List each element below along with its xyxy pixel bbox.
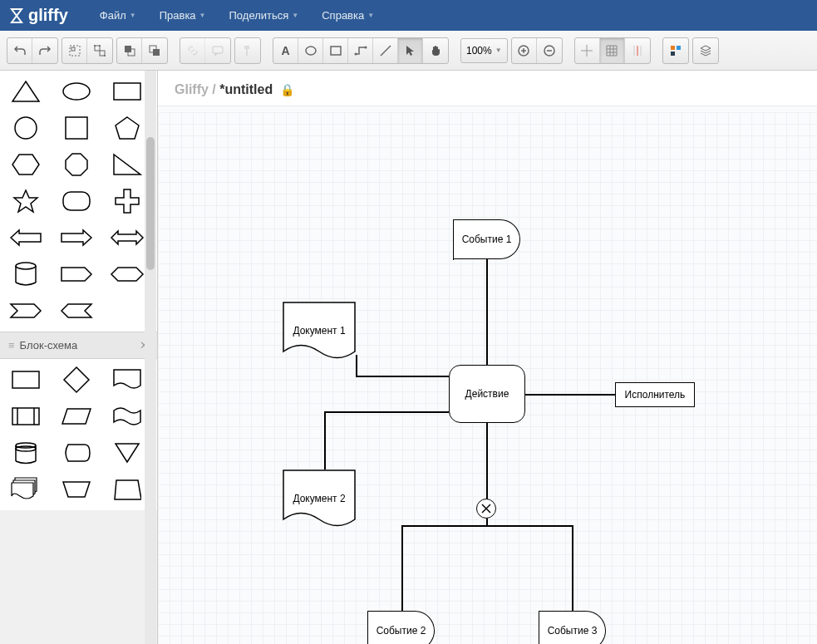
canvas-area[interactable]: Gliffy / *untitled 🔒 Событие 1 Действие … xyxy=(158,71,817,644)
fc-multi-document[interactable] xyxy=(5,474,47,505)
app-header: gliffy Файл▼ Правка▼ Поделиться▼ Справка… xyxy=(0,0,817,31)
fc-tape[interactable] xyxy=(106,401,148,432)
node-action[interactable]: Действие xyxy=(449,365,525,423)
line-tool-button[interactable] xyxy=(373,38,398,63)
fc-predefined[interactable] xyxy=(5,401,47,432)
connector[interactable] xyxy=(486,423,488,499)
grid-button[interactable] xyxy=(600,38,625,63)
node-event-3[interactable]: Событие 3 xyxy=(539,611,606,644)
logo: gliffy xyxy=(8,6,68,25)
rectangle-tool-button[interactable] xyxy=(323,38,348,63)
fc-document[interactable] xyxy=(106,364,148,396)
drag-handle-icon: ≡ xyxy=(8,339,15,351)
sidebar-scrollbar[interactable] xyxy=(145,71,156,644)
shape-rectangle[interactable] xyxy=(106,76,148,107)
fc-database[interactable] xyxy=(5,437,47,469)
connector[interactable] xyxy=(356,376,449,377)
ungroup-button[interactable] xyxy=(87,38,112,63)
connector[interactable] xyxy=(324,411,326,469)
guides-button[interactable] xyxy=(625,38,650,63)
svg-point-42 xyxy=(16,446,36,451)
shape-hexagon[interactable] xyxy=(5,149,47,180)
shape-pentagon[interactable] xyxy=(106,112,148,144)
svg-rect-35 xyxy=(63,192,90,210)
shape-hexagon-flat[interactable] xyxy=(106,258,148,290)
shape-star[interactable] xyxy=(5,185,47,217)
svg-line-16 xyxy=(381,46,391,56)
shape-arrow-right[interactable] xyxy=(56,222,97,253)
breadcrumb-prefix: Gliffy / xyxy=(175,82,219,96)
shape-triangle[interactable] xyxy=(5,76,47,107)
fc-manual-input[interactable] xyxy=(106,474,148,505)
menu-file[interactable]: Файл▼ xyxy=(93,6,143,25)
svg-rect-38 xyxy=(12,408,39,425)
link-button[interactable] xyxy=(180,38,205,63)
connector[interactable] xyxy=(356,355,357,376)
fc-merge[interactable] xyxy=(106,437,148,469)
connector[interactable] xyxy=(525,394,615,396)
connector[interactable] xyxy=(401,525,403,611)
shape-chevron-right[interactable] xyxy=(56,258,97,290)
menu-help[interactable]: Справка▼ xyxy=(315,6,381,25)
toolbar: A 100%▼ xyxy=(0,31,817,71)
snap-button[interactable] xyxy=(575,38,600,63)
fc-decision[interactable] xyxy=(56,364,97,396)
shape-pointer-right[interactable] xyxy=(5,295,47,327)
fc-data[interactable] xyxy=(56,401,97,432)
shape-ellipse[interactable] xyxy=(56,76,97,107)
fc-manual-op[interactable] xyxy=(56,474,97,505)
format-painter-button[interactable] xyxy=(235,38,260,63)
node-gateway[interactable] xyxy=(476,499,496,519)
svg-rect-37 xyxy=(12,371,39,388)
zoom-select[interactable]: 100%▼ xyxy=(460,38,508,63)
node-document-1[interactable]: Документ 1 xyxy=(283,302,356,363)
shape-square[interactable] xyxy=(56,112,97,144)
shape-right-triangle[interactable] xyxy=(106,149,148,180)
connector[interactable] xyxy=(486,519,488,526)
zoom-out-button[interactable] xyxy=(537,38,562,63)
svg-rect-3 xyxy=(100,51,105,56)
undo-button[interactable] xyxy=(7,38,32,63)
pointer-tool-button[interactable] xyxy=(398,38,423,63)
shape-arrow-both[interactable] xyxy=(106,222,148,253)
redo-button[interactable] xyxy=(32,38,57,63)
text-tool-button[interactable]: A xyxy=(273,38,298,63)
breadcrumb: Gliffy / *untitled 🔒 xyxy=(158,71,817,106)
svg-point-15 xyxy=(364,46,367,48)
sidebar-scroll-thumb[interactable] xyxy=(146,137,155,270)
shape-plus[interactable] xyxy=(106,185,148,217)
svg-rect-27 xyxy=(671,46,675,50)
svg-point-5 xyxy=(99,45,101,47)
ellipse-tool-button[interactable] xyxy=(298,38,323,63)
zoom-in-button[interactable] xyxy=(512,38,537,63)
lock-icon: 🔒 xyxy=(280,83,294,96)
fc-process[interactable] xyxy=(5,364,47,396)
menu-share[interactable]: Поделиться▼ xyxy=(223,6,306,25)
shape-arrow-left[interactable] xyxy=(5,222,47,253)
group-button[interactable] xyxy=(62,38,87,63)
send-back-button[interactable] xyxy=(142,38,167,63)
shape-cylinder[interactable] xyxy=(5,258,47,290)
bring-front-button[interactable] xyxy=(117,38,142,63)
section-flowchart-header[interactable]: ≡ Блок-схема ✕ xyxy=(0,332,157,359)
node-event-1[interactable]: Событие 1 xyxy=(454,219,520,259)
shape-circle[interactable] xyxy=(5,112,47,144)
layers-button[interactable] xyxy=(693,38,718,63)
diagram-canvas[interactable]: Событие 1 Действие Исполнитель Документ … xyxy=(158,112,817,644)
theme-button[interactable] xyxy=(663,38,688,63)
connector[interactable] xyxy=(486,259,488,365)
node-event-2[interactable]: Событие 2 xyxy=(368,611,435,644)
pan-tool-button[interactable] xyxy=(423,38,448,63)
connector[interactable] xyxy=(572,525,573,611)
node-document-2[interactable]: Документ 2 xyxy=(283,469,356,531)
connector-tool-button[interactable] xyxy=(348,38,373,63)
connector[interactable] xyxy=(324,411,449,413)
shape-rounded-rect[interactable] xyxy=(56,185,97,217)
node-performer[interactable]: Исполнитель xyxy=(615,382,695,407)
shape-octagon[interactable] xyxy=(56,149,97,180)
fc-display[interactable] xyxy=(56,437,97,469)
menu-edit[interactable]: Правка▼ xyxy=(153,6,213,25)
svg-rect-13 xyxy=(331,47,341,55)
shape-pointer-left[interactable] xyxy=(56,295,97,327)
comment-button[interactable] xyxy=(205,38,230,63)
